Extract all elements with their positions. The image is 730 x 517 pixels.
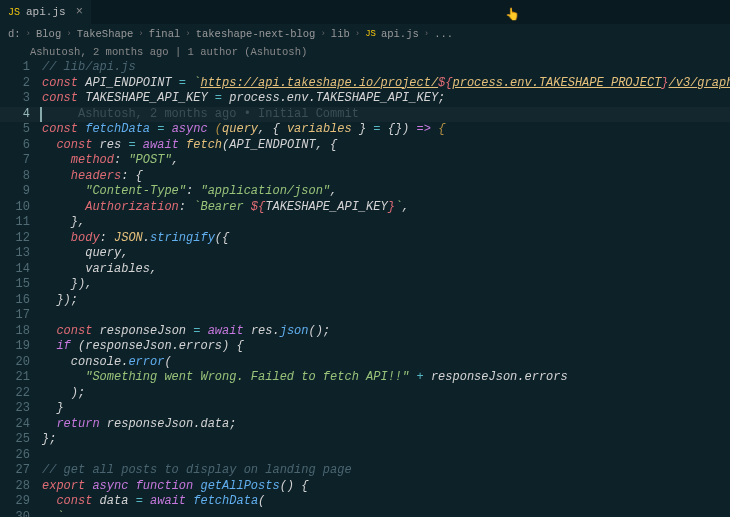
chevron-right-icon: › [320,29,325,39]
tab-label: api.js [26,6,66,18]
gitlens-inline: Ashutosh, 2 months ago • Initial Commit [42,107,359,121]
close-icon[interactable]: × [76,5,83,19]
line-number[interactable]: 19 [0,339,42,355]
line-number[interactable]: 8 [0,169,42,185]
git-blame-summary: Ashutosh, 2 months ago | 1 author (Ashut… [0,44,730,60]
breadcrumb-part[interactable]: Blog [36,28,61,40]
line-number[interactable]: 1 [0,60,42,76]
line-number[interactable]: 20 [0,355,42,371]
line-number[interactable]: 6 [0,138,42,154]
line-number[interactable]: 2 [0,76,42,92]
line-number[interactable]: 12 [0,231,42,247]
js-file-icon: JS [365,29,376,39]
line-number[interactable]: 13 [0,246,42,262]
breadcrumb-part[interactable]: TakeShape [77,28,134,40]
line-number[interactable]: 21 [0,370,42,386]
line-number[interactable]: 4 [0,107,42,123]
line-number[interactable]: 14 [0,262,42,278]
chevron-right-icon: › [185,29,190,39]
code-editor[interactable]: 1// lib/api.js 2const API_ENDPOINT = `ht… [0,60,730,517]
line-number[interactable]: 28 [0,479,42,495]
line-number[interactable]: 23 [0,401,42,417]
chevron-right-icon: › [26,29,31,39]
tab-api-js[interactable]: JS api.js × [0,0,91,24]
js-file-icon: JS [8,7,20,18]
chevron-right-icon: › [66,29,71,39]
line-number[interactable]: 10 [0,200,42,216]
line-number[interactable]: 30 [0,510,42,518]
breadcrumb[interactable]: d: › Blog › TakeShape › final › takeshap… [0,24,730,44]
line-number[interactable]: 5 [0,122,42,138]
line-number[interactable]: 25 [0,432,42,448]
line-number[interactable]: 16 [0,293,42,309]
chevron-right-icon: › [138,29,143,39]
breadcrumb-part[interactable]: final [149,28,181,40]
line-number[interactable]: 29 [0,494,42,510]
line-number[interactable]: 24 [0,417,42,433]
line-number[interactable]: 26 [0,448,42,464]
chevron-right-icon: › [424,29,429,39]
line-number[interactable]: 22 [0,386,42,402]
breadcrumb-part[interactable]: takeshape-next-blog [196,28,316,40]
line-number[interactable]: 17 [0,308,42,324]
breadcrumb-part[interactable]: lib [331,28,350,40]
line-number[interactable]: 9 [0,184,42,200]
line-number[interactable]: 11 [0,215,42,231]
tab-bar: JS api.js × [0,0,730,24]
line-number[interactable]: 3 [0,91,42,107]
line-number[interactable]: 7 [0,153,42,169]
breadcrumb-part[interactable]: d: [8,28,21,40]
grab-cursor-icon: 👆 [505,7,520,22]
line-number[interactable]: 15 [0,277,42,293]
line-number[interactable]: 18 [0,324,42,340]
breadcrumb-part[interactable]: api.js [381,28,419,40]
line-number[interactable]: 27 [0,463,42,479]
chevron-right-icon: › [355,29,360,39]
breadcrumb-part[interactable]: ... [434,28,453,40]
